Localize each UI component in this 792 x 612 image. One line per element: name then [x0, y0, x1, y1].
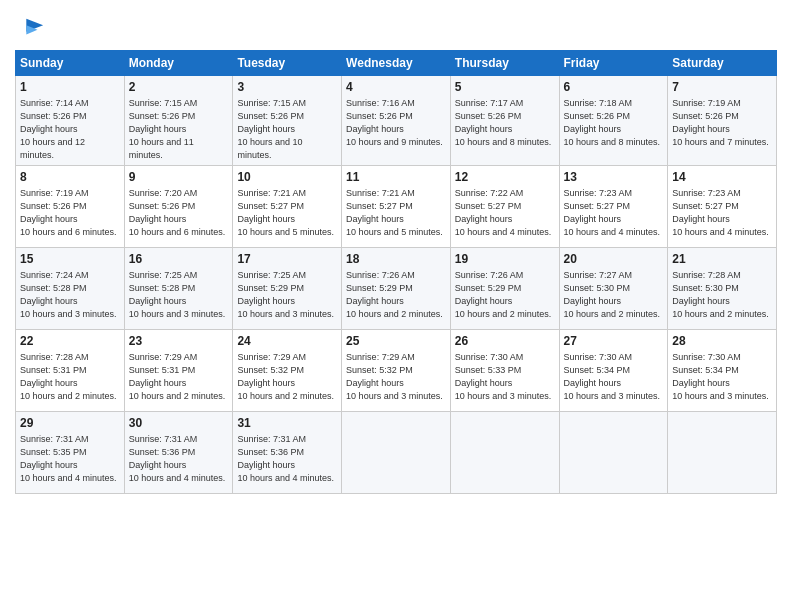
day-info: Sunrise: 7:18 AM Sunset: 5:26 PM Dayligh… [564, 97, 664, 149]
calendar-cell: 21 Sunrise: 7:28 AM Sunset: 5:30 PM Dayl… [668, 248, 777, 330]
calendar-cell [342, 412, 451, 494]
day-info: Sunrise: 7:22 AM Sunset: 5:27 PM Dayligh… [455, 187, 555, 239]
day-info: Sunrise: 7:24 AM Sunset: 5:28 PM Dayligh… [20, 269, 120, 321]
calendar-table: SundayMondayTuesdayWednesdayThursdayFrid… [15, 50, 777, 494]
calendar-cell: 3 Sunrise: 7:15 AM Sunset: 5:26 PM Dayli… [233, 76, 342, 166]
header [15, 10, 777, 42]
calendar-cell: 29 Sunrise: 7:31 AM Sunset: 5:35 PM Dayl… [16, 412, 125, 494]
day-info: Sunrise: 7:19 AM Sunset: 5:26 PM Dayligh… [20, 187, 120, 239]
calendar-cell: 27 Sunrise: 7:30 AM Sunset: 5:34 PM Dayl… [559, 330, 668, 412]
logo [15, 14, 45, 42]
weekday-header-tuesday: Tuesday [233, 51, 342, 76]
weekday-header-monday: Monday [124, 51, 233, 76]
calendar-cell: 15 Sunrise: 7:24 AM Sunset: 5:28 PM Dayl… [16, 248, 125, 330]
calendar-cell: 9 Sunrise: 7:20 AM Sunset: 5:26 PM Dayli… [124, 166, 233, 248]
calendar-cell: 24 Sunrise: 7:29 AM Sunset: 5:32 PM Dayl… [233, 330, 342, 412]
calendar-cell: 17 Sunrise: 7:25 AM Sunset: 5:29 PM Dayl… [233, 248, 342, 330]
day-info: Sunrise: 7:25 AM Sunset: 5:28 PM Dayligh… [129, 269, 229, 321]
day-info: Sunrise: 7:23 AM Sunset: 5:27 PM Dayligh… [672, 187, 772, 239]
day-number: 14 [672, 169, 772, 186]
calendar-week-row: 1 Sunrise: 7:14 AM Sunset: 5:26 PM Dayli… [16, 76, 777, 166]
calendar-cell: 13 Sunrise: 7:23 AM Sunset: 5:27 PM Dayl… [559, 166, 668, 248]
day-info: Sunrise: 7:21 AM Sunset: 5:27 PM Dayligh… [346, 187, 446, 239]
calendar-cell: 22 Sunrise: 7:28 AM Sunset: 5:31 PM Dayl… [16, 330, 125, 412]
day-info: Sunrise: 7:31 AM Sunset: 5:36 PM Dayligh… [237, 433, 337, 485]
calendar-cell: 11 Sunrise: 7:21 AM Sunset: 5:27 PM Dayl… [342, 166, 451, 248]
calendar-cell [559, 412, 668, 494]
calendar-cell: 14 Sunrise: 7:23 AM Sunset: 5:27 PM Dayl… [668, 166, 777, 248]
calendar-cell: 5 Sunrise: 7:17 AM Sunset: 5:26 PM Dayli… [450, 76, 559, 166]
calendar-cell: 1 Sunrise: 7:14 AM Sunset: 5:26 PM Dayli… [16, 76, 125, 166]
calendar-cell: 23 Sunrise: 7:29 AM Sunset: 5:31 PM Dayl… [124, 330, 233, 412]
day-info: Sunrise: 7:16 AM Sunset: 5:26 PM Dayligh… [346, 97, 446, 149]
calendar-week-row: 8 Sunrise: 7:19 AM Sunset: 5:26 PM Dayli… [16, 166, 777, 248]
calendar-cell [450, 412, 559, 494]
calendar-cell: 8 Sunrise: 7:19 AM Sunset: 5:26 PM Dayli… [16, 166, 125, 248]
day-info: Sunrise: 7:29 AM Sunset: 5:32 PM Dayligh… [346, 351, 446, 403]
day-info: Sunrise: 7:28 AM Sunset: 5:31 PM Dayligh… [20, 351, 120, 403]
day-info: Sunrise: 7:29 AM Sunset: 5:31 PM Dayligh… [129, 351, 229, 403]
day-info: Sunrise: 7:30 AM Sunset: 5:33 PM Dayligh… [455, 351, 555, 403]
calendar-cell: 7 Sunrise: 7:19 AM Sunset: 5:26 PM Dayli… [668, 76, 777, 166]
day-number: 7 [672, 79, 772, 96]
day-number: 21 [672, 251, 772, 268]
day-info: Sunrise: 7:28 AM Sunset: 5:30 PM Dayligh… [672, 269, 772, 321]
day-number: 9 [129, 169, 229, 186]
calendar-week-row: 15 Sunrise: 7:24 AM Sunset: 5:28 PM Dayl… [16, 248, 777, 330]
day-number: 28 [672, 333, 772, 350]
calendar-week-row: 22 Sunrise: 7:28 AM Sunset: 5:31 PM Dayl… [16, 330, 777, 412]
calendar-cell: 2 Sunrise: 7:15 AM Sunset: 5:26 PM Dayli… [124, 76, 233, 166]
day-info: Sunrise: 7:15 AM Sunset: 5:26 PM Dayligh… [129, 97, 229, 162]
day-number: 11 [346, 169, 446, 186]
day-number: 12 [455, 169, 555, 186]
day-number: 26 [455, 333, 555, 350]
day-info: Sunrise: 7:31 AM Sunset: 5:36 PM Dayligh… [129, 433, 229, 485]
calendar-cell [668, 412, 777, 494]
day-info: Sunrise: 7:26 AM Sunset: 5:29 PM Dayligh… [455, 269, 555, 321]
day-info: Sunrise: 7:30 AM Sunset: 5:34 PM Dayligh… [672, 351, 772, 403]
day-number: 3 [237, 79, 337, 96]
day-info: Sunrise: 7:25 AM Sunset: 5:29 PM Dayligh… [237, 269, 337, 321]
logo-icon [17, 14, 45, 42]
weekday-header-friday: Friday [559, 51, 668, 76]
day-info: Sunrise: 7:15 AM Sunset: 5:26 PM Dayligh… [237, 97, 337, 162]
weekday-header-thursday: Thursday [450, 51, 559, 76]
day-number: 8 [20, 169, 120, 186]
day-info: Sunrise: 7:29 AM Sunset: 5:32 PM Dayligh… [237, 351, 337, 403]
calendar-cell: 4 Sunrise: 7:16 AM Sunset: 5:26 PM Dayli… [342, 76, 451, 166]
calendar-cell: 28 Sunrise: 7:30 AM Sunset: 5:34 PM Dayl… [668, 330, 777, 412]
weekday-header-row: SundayMondayTuesdayWednesdayThursdayFrid… [16, 51, 777, 76]
day-number: 24 [237, 333, 337, 350]
calendar-cell: 30 Sunrise: 7:31 AM Sunset: 5:36 PM Dayl… [124, 412, 233, 494]
calendar-cell: 16 Sunrise: 7:25 AM Sunset: 5:28 PM Dayl… [124, 248, 233, 330]
day-info: Sunrise: 7:19 AM Sunset: 5:26 PM Dayligh… [672, 97, 772, 149]
day-info: Sunrise: 7:14 AM Sunset: 5:26 PM Dayligh… [20, 97, 120, 162]
calendar-cell: 18 Sunrise: 7:26 AM Sunset: 5:29 PM Dayl… [342, 248, 451, 330]
page-container: SundayMondayTuesdayWednesdayThursdayFrid… [0, 0, 792, 499]
day-number: 15 [20, 251, 120, 268]
day-number: 5 [455, 79, 555, 96]
day-number: 2 [129, 79, 229, 96]
calendar-cell: 12 Sunrise: 7:22 AM Sunset: 5:27 PM Dayl… [450, 166, 559, 248]
day-number: 23 [129, 333, 229, 350]
weekday-header-saturday: Saturday [668, 51, 777, 76]
calendar-cell: 10 Sunrise: 7:21 AM Sunset: 5:27 PM Dayl… [233, 166, 342, 248]
day-number: 22 [20, 333, 120, 350]
day-info: Sunrise: 7:20 AM Sunset: 5:26 PM Dayligh… [129, 187, 229, 239]
calendar-cell: 6 Sunrise: 7:18 AM Sunset: 5:26 PM Dayli… [559, 76, 668, 166]
day-number: 13 [564, 169, 664, 186]
day-info: Sunrise: 7:23 AM Sunset: 5:27 PM Dayligh… [564, 187, 664, 239]
calendar-cell: 26 Sunrise: 7:30 AM Sunset: 5:33 PM Dayl… [450, 330, 559, 412]
calendar-cell: 25 Sunrise: 7:29 AM Sunset: 5:32 PM Dayl… [342, 330, 451, 412]
day-number: 30 [129, 415, 229, 432]
calendar-cell: 31 Sunrise: 7:31 AM Sunset: 5:36 PM Dayl… [233, 412, 342, 494]
day-info: Sunrise: 7:26 AM Sunset: 5:29 PM Dayligh… [346, 269, 446, 321]
weekday-header-wednesday: Wednesday [342, 51, 451, 76]
day-number: 6 [564, 79, 664, 96]
day-info: Sunrise: 7:31 AM Sunset: 5:35 PM Dayligh… [20, 433, 120, 485]
day-number: 25 [346, 333, 446, 350]
day-number: 19 [455, 251, 555, 268]
day-number: 1 [20, 79, 120, 96]
day-number: 20 [564, 251, 664, 268]
day-info: Sunrise: 7:17 AM Sunset: 5:26 PM Dayligh… [455, 97, 555, 149]
